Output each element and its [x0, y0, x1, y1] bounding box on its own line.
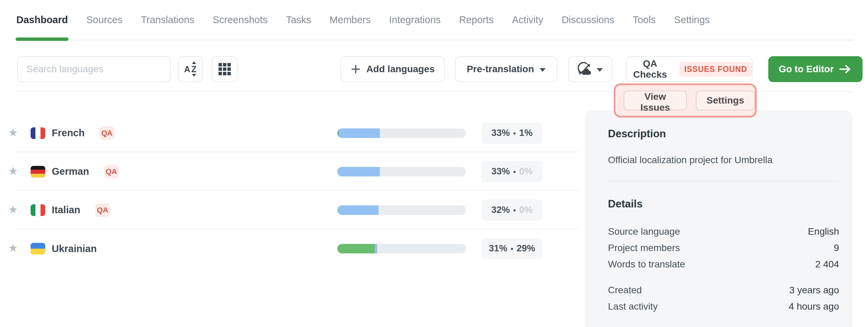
language-row-italian[interactable]: ★ Italian QA 32% • 0% [0, 191, 585, 229]
detail-value: English [808, 225, 839, 238]
star-icon[interactable]: ★ [8, 242, 18, 254]
language-row-german[interactable]: ★ German QA 33% • 0% [0, 152, 585, 191]
detail-value: 2 404 [815, 258, 839, 271]
flag-ukrainian-icon [31, 243, 45, 254]
percent-separator: • [511, 245, 513, 253]
description-title: Description [608, 127, 839, 141]
percent-separator: • [513, 129, 516, 138]
progress-bar [337, 128, 466, 138]
tab-integrations[interactable]: Integrations [389, 12, 441, 27]
activity-rows: Created 3 years ago Last activity 4 hour… [608, 284, 839, 313]
qa-badge[interactable]: QA [104, 165, 119, 178]
language-row-ukrainian[interactable]: ★ Ukrainian 31% • 29% [0, 229, 585, 268]
tab-label: Screenshots [213, 14, 268, 25]
project-details-panel: Description Official localization projec… [585, 110, 853, 327]
sort-alphabetical-button[interactable]: AZ [178, 56, 203, 82]
tab-reports[interactable]: Reports [459, 12, 494, 27]
sync-dropdown[interactable] [568, 56, 612, 82]
approved-percent: 1% [519, 128, 532, 138]
star-icon[interactable]: ★ [8, 126, 18, 139]
view-issues-button[interactable]: View Issues [624, 91, 687, 110]
grid-view-icon [219, 63, 231, 75]
approved-progress-segment [337, 244, 375, 253]
translated-progress-segment [337, 205, 379, 215]
detail-row-project-members: Project members 9 [608, 242, 839, 254]
detail-row-created: Created 3 years ago [608, 284, 839, 297]
progress-bar [337, 167, 466, 176]
tab-discussions[interactable]: Discussions [562, 12, 614, 27]
description-text: Official localization project for Umbrel… [608, 154, 839, 167]
qa-badge[interactable]: QA [95, 203, 110, 217]
cloud-sync-icon [578, 62, 593, 77]
progress-percent-badge: 32% • 0% [481, 200, 543, 221]
details-title: Details [608, 197, 839, 211]
tab-label: Sources [86, 14, 122, 25]
chevron-down-icon [540, 68, 546, 72]
detail-label: Words to translate [608, 258, 685, 271]
project-nav: DashboardSourcesTranslationsScreenshotsT… [0, 0, 868, 41]
progress-percent-badge: 33% • 1% [481, 123, 543, 144]
progress-bar [337, 205, 466, 215]
tab-label: Translations [141, 14, 194, 25]
tab-activity[interactable]: Activity [512, 12, 543, 27]
tab-dashboard[interactable]: Dashboard [16, 12, 68, 27]
flag-german-icon [31, 166, 45, 177]
tab-translations[interactable]: Translations [141, 12, 194, 27]
percent-separator: • [513, 168, 516, 176]
add-languages-label: Add languages [366, 64, 435, 75]
detail-label: Source language [608, 225, 680, 238]
grid-view-button[interactable] [212, 56, 238, 82]
details-rows: Source language English Project members … [608, 225, 839, 271]
tab-label: Activity [512, 14, 543, 25]
detail-value: 3 years ago [789, 284, 839, 297]
tab-label: Members [329, 14, 371, 25]
detail-value: 4 hours ago [789, 300, 839, 313]
detail-label: Project members [608, 242, 680, 254]
progress-percent-badge: 31% • 29% [481, 238, 543, 259]
approved-percent: 0% [519, 166, 532, 177]
tab-label: Integrations [389, 14, 441, 25]
detail-label: Created [608, 284, 642, 297]
translated-percent: 33% [492, 166, 510, 177]
translated-percent: 32% [492, 205, 510, 215]
az-sort-icon: AZ [184, 64, 196, 74]
detail-row-last-activity: Last activity 4 hours ago [608, 300, 839, 313]
translated-progress-segment [337, 167, 380, 176]
flag-french-icon [31, 127, 45, 139]
qa-badge[interactable]: QA [100, 126, 114, 140]
qa-settings-button[interactable]: Settings [696, 91, 755, 110]
add-languages-button[interactable]: Add languages [340, 56, 445, 82]
pre-translation-dropdown[interactable]: Pre-translation [455, 56, 557, 82]
language-row-french[interactable]: ★ French QA 33% • 1% [0, 114, 585, 152]
nav-divider [16, 40, 853, 41]
language-name: Italian [52, 204, 80, 216]
pre-translation-label: Pre-translation [467, 64, 534, 75]
detail-value: 9 [834, 242, 839, 254]
approved-percent: 0% [519, 205, 532, 215]
language-name: French [52, 127, 85, 139]
progress-percent-badge: 33% • 0% [481, 161, 543, 182]
tab-settings[interactable]: Settings [674, 12, 710, 27]
tab-label: Tools [633, 14, 656, 25]
search-input[interactable] [17, 56, 171, 82]
toolbar: AZ Add languages Pre-translation [0, 56, 868, 82]
qa-checks-button[interactable]: QA Checks ISSUES FOUND [626, 56, 753, 82]
flag-italian-icon [31, 204, 45, 216]
star-icon[interactable]: ★ [8, 165, 18, 177]
tab-members[interactable]: Members [329, 12, 371, 27]
detail-row-words-to-translate: Words to translate 2 404 [608, 258, 839, 271]
star-icon[interactable]: ★ [8, 203, 18, 216]
arrow-right-icon [839, 64, 852, 74]
tab-tasks[interactable]: Tasks [286, 12, 311, 27]
issues-found-badge: ISSUES FOUND [679, 62, 752, 77]
translated-progress-segment [375, 244, 377, 253]
detail-row-source-language: Source language English [608, 225, 839, 238]
go-to-editor-button[interactable]: Go to Editor [768, 56, 863, 82]
language-list: ★ French QA 33% • 1% ★ German QA 33% • 0 [0, 114, 585, 268]
tab-screenshots[interactable]: Screenshots [213, 12, 268, 27]
tab-sources[interactable]: Sources [86, 12, 122, 27]
tab-tools[interactable]: Tools [633, 12, 656, 27]
translated-progress-segment [339, 128, 380, 138]
approved-percent: 29% [517, 243, 535, 254]
qa-checks-popover: View Issues Settings [614, 83, 757, 118]
